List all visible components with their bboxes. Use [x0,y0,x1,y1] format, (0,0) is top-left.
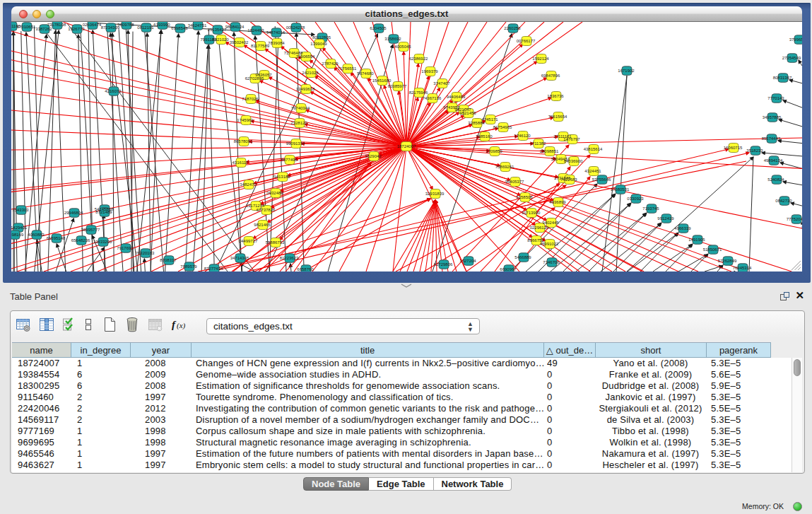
svg-text:4324451: 4324451 [584,169,601,173]
svg-text:43815614: 43815614 [584,147,603,151]
svg-text:18724007: 18724007 [397,144,416,148]
svg-text:7770143: 7770143 [767,96,784,100]
svg-text:f: f [172,319,177,330]
svg-text:86578091: 86578091 [234,139,253,144]
svg-text:69847896: 69847896 [541,74,560,78]
svg-text:2260256: 2260256 [504,26,521,30]
svg-text:5009788: 5009788 [117,23,134,27]
svg-text:36995777: 36995777 [81,228,100,232]
svg-text:49894134: 49894134 [764,158,783,163]
svg-text:1836736: 1836736 [547,94,564,98]
svg-text:8421020: 8421020 [212,37,229,42]
svg-text:2421024: 2421024 [302,71,319,75]
svg-text:45991022: 45991022 [540,242,559,246]
svg-text:8721489: 8721489 [95,210,112,214]
svg-text:7917693: 7917693 [117,246,134,250]
svg-text:61595148: 61595148 [47,236,66,240]
svg-text:60385977: 60385977 [388,84,407,88]
svg-text:94406409: 94406409 [447,95,466,99]
svg-text:62702895: 62702895 [245,76,264,81]
svg-text:02296120: 02296120 [530,226,549,230]
svg-text:4005045: 4005045 [394,45,411,49]
svg-text:62729806: 62729806 [434,262,453,267]
svg-text:7543303: 7543303 [12,208,29,212]
svg-text:4316117: 4316117 [233,160,249,165]
svg-text:27354549: 27354549 [782,56,801,60]
svg-text:29946804: 29946804 [64,211,83,215]
svg-text:25135427: 25135427 [208,28,227,32]
svg-text:4966319: 4966319 [674,226,691,230]
svg-text:2328120: 2328120 [290,121,307,125]
svg-text:5674680: 5674680 [357,71,374,76]
svg-text:7839084: 7839084 [268,41,285,45]
svg-text:13433200: 13433200 [93,240,112,244]
svg-text:(x): (x) [177,321,186,330]
svg-text:3747407: 3747407 [433,81,450,86]
svg-text:7346706: 7346706 [543,260,560,264]
svg-text:82175946: 82175946 [409,90,428,95]
svg-text:76615654: 76615654 [548,115,567,119]
svg-text:84036900: 84036900 [564,159,583,163]
svg-text:81223623: 81223623 [280,256,299,260]
svg-text:6193990: 6193990 [153,23,170,27]
svg-text:71756551: 71756551 [338,66,357,71]
svg-text:1627204: 1627204 [459,259,476,263]
svg-text:6690967: 6690967 [500,267,517,271]
svg-text:9912419: 9912419 [657,216,674,221]
svg-text:6204505: 6204505 [370,26,387,30]
svg-text:2787429: 2787429 [322,62,339,66]
svg-text:0812191: 0812191 [137,25,154,30]
svg-text:34874016: 34874016 [266,30,286,35]
svg-text:0330923: 0330923 [627,197,644,201]
svg-text:77752047: 77752047 [787,217,802,221]
svg-text:9402445: 9402445 [542,221,559,225]
svg-text:8708317: 8708317 [160,258,177,262]
svg-text:99091334: 99091334 [286,141,305,146]
svg-text:00524278: 00524278 [286,25,305,30]
svg-text:39502402: 39502402 [230,40,249,45]
svg-text:74367136: 74367136 [423,96,442,100]
svg-text:1824493: 1824493 [247,28,264,33]
svg-text:1399049: 1399049 [310,42,327,46]
svg-text:4216073: 4216073 [105,89,122,93]
svg-text:51850671: 51850671 [703,247,722,252]
svg-text:80831367: 80831367 [773,76,792,80]
svg-text:73178108: 73178108 [47,23,66,27]
svg-text:81177589: 81177589 [251,44,270,48]
svg-text:96405377: 96405377 [505,180,524,184]
svg-text:87277434: 87277434 [204,267,223,271]
svg-text:1476797: 1476797 [563,137,580,141]
svg-text:67010651: 67010651 [17,25,36,29]
svg-text:1746120: 1746120 [514,134,531,138]
svg-text:1969379: 1969379 [421,69,438,74]
svg-text:4745171: 4745171 [481,117,498,122]
svg-text:3387262: 3387262 [35,27,52,31]
svg-text:98084124: 98084124 [225,25,245,29]
svg-text:1592124: 1592124 [532,57,549,61]
svg-text:75869261: 75869261 [495,165,514,169]
svg-text:13493618: 13493618 [296,87,315,91]
svg-text:79740344: 79740344 [291,106,310,110]
svg-text:7622683: 7622683 [560,177,577,182]
svg-text:34624751: 34624751 [188,23,207,28]
svg-text:53755646: 53755646 [592,177,611,182]
svg-text:3158692: 3158692 [384,37,401,41]
svg-text:34714345: 34714345 [230,256,249,260]
svg-text:1671902: 1671902 [618,69,635,73]
svg-text:1326773: 1326773 [68,27,85,31]
svg-text:3709859: 3709859 [486,149,502,153]
svg-text:7889579: 7889579 [180,264,197,269]
svg-text:81754965: 81754965 [493,125,512,129]
svg-text:6658760: 6658760 [297,267,314,271]
svg-text:15451680: 15451680 [372,78,392,83]
svg-text:28098851: 28098851 [540,149,559,153]
svg-text:7193745: 7193745 [642,206,659,211]
svg-text:5158506: 5158506 [516,195,533,199]
svg-text:80112805: 80112805 [312,35,331,40]
svg-text:5466889: 5466889 [514,255,531,259]
svg-text:5240824: 5240824 [767,177,784,182]
svg-text:9413186: 9413186 [273,175,290,179]
svg-text:01429401: 01429401 [11,226,28,230]
svg-text:1491905: 1491905 [688,238,705,242]
svg-text:34957885: 34957885 [763,115,782,119]
